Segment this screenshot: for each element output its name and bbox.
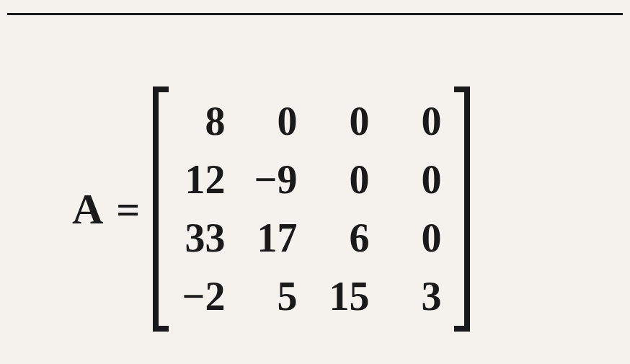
matrix-cell: 0 bbox=[254, 93, 297, 149]
matrix-cell: 17 bbox=[254, 210, 297, 266]
matrix-cell: 0 bbox=[398, 210, 441, 266]
matrix-cell: 0 bbox=[398, 151, 441, 208]
matrix-equation: A = 8 0 0 0 12 −9 0 0 33 17 6 0 −2 5 15 … bbox=[72, 86, 470, 332]
matrix-cell: 0 bbox=[398, 93, 441, 149]
matrix-cell: 0 bbox=[326, 151, 369, 208]
matrix: 8 0 0 0 12 −9 0 0 33 17 6 0 −2 5 15 3 bbox=[153, 86, 470, 332]
matrix-cell: 33 bbox=[182, 210, 225, 266]
matrix-cell: 0 bbox=[326, 93, 369, 149]
matrix-cell: −9 bbox=[254, 151, 297, 208]
matrix-cell: 15 bbox=[326, 268, 369, 324]
matrix-cell: 12 bbox=[182, 151, 225, 208]
horizontal-rule bbox=[7, 13, 623, 15]
matrix-body: 8 0 0 0 12 −9 0 0 33 17 6 0 −2 5 15 3 bbox=[169, 86, 454, 332]
matrix-cell: −2 bbox=[182, 268, 225, 324]
matrix-cell: 6 bbox=[326, 210, 369, 266]
left-bracket bbox=[153, 86, 169, 332]
matrix-cell: 5 bbox=[254, 268, 297, 324]
equals-sign: = bbox=[116, 185, 140, 234]
right-bracket bbox=[454, 86, 470, 332]
matrix-variable: A bbox=[72, 185, 103, 234]
matrix-cell: 8 bbox=[182, 93, 225, 149]
matrix-cell: 3 bbox=[398, 268, 441, 324]
